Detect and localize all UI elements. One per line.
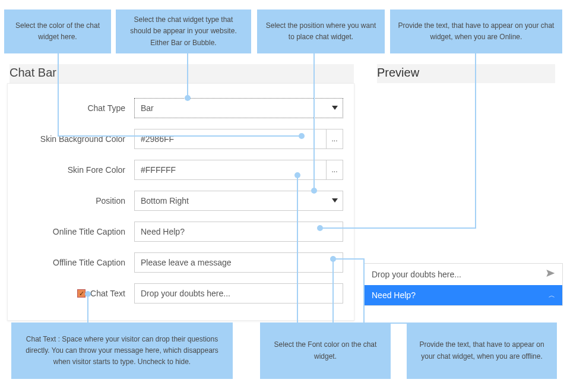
label-fore-color: Skin Fore Color	[18, 165, 134, 175]
callout-text: Select the chat widget type that should …	[123, 14, 243, 49]
callout-text: Provide the text, that have to appear on…	[398, 20, 555, 43]
preview-placeholder: Drop your doubts here...	[372, 270, 546, 279]
preview-title: Preview	[377, 64, 555, 83]
row-offline-caption: Offline Title Caption	[18, 252, 343, 273]
preview-title-text: Need Help?	[372, 290, 416, 300]
connector-line	[363, 258, 365, 323]
callout-bg-color: Select the color of the chat widget here…	[4, 10, 111, 53]
row-chat-text: Chat Text	[18, 283, 343, 304]
preview-input-row: Drop your doubts here...	[365, 264, 562, 285]
chat-type-select[interactable]: Bar	[134, 98, 343, 118]
send-icon[interactable]	[546, 268, 555, 280]
callout-position: Select the position where you want to pl…	[257, 10, 385, 53]
connector-dot	[185, 95, 191, 101]
chevron-down-icon	[331, 197, 339, 205]
panel-title: Chat Bar	[9, 64, 354, 83]
connector-line	[87, 296, 88, 323]
connector-dot	[299, 133, 305, 139]
connector-line	[58, 135, 301, 137]
connector-line	[475, 53, 476, 228]
settings-form: Chat Type Bar Skin Background Color ... …	[7, 83, 354, 321]
fore-color-picker-button[interactable]: ...	[327, 160, 343, 180]
label-chat-text: Chat Text	[90, 289, 125, 298]
callout-chat-text: Chat Text : Space where your visitor can…	[11, 323, 233, 379]
callout-online-caption: Provide the text, that have to appear on…	[390, 10, 562, 53]
connector-dot	[330, 256, 336, 262]
connector-line	[313, 53, 315, 190]
callout-text: Select the Font color on the chat widget…	[268, 339, 383, 362]
callout-text: Chat Text : Space where your visitor can…	[19, 334, 225, 368]
connector-line	[332, 258, 334, 323]
bg-color-input[interactable]	[134, 129, 327, 149]
connector-line	[332, 258, 365, 260]
chat-text-checkbox[interactable]	[77, 289, 85, 298]
callout-text: Provide the text, that have to appear on…	[414, 339, 549, 362]
row-online-caption: Online Title Caption	[18, 222, 343, 242]
chat-type-value: Bar	[141, 103, 154, 113]
connector-dot	[294, 172, 300, 178]
connector-line	[187, 53, 188, 96]
label-position: Position	[18, 196, 134, 206]
connector-dot	[311, 188, 317, 194]
row-chat-type: Chat Type Bar	[18, 98, 343, 118]
connector-dot	[85, 291, 91, 297]
callout-text: Select the position where you want to pl…	[265, 20, 377, 43]
svg-marker-1	[332, 198, 338, 203]
label-online-caption: Online Title Caption	[18, 227, 134, 236]
row-bg-color: Skin Background Color ...	[18, 129, 343, 149]
connector-line	[319, 227, 476, 229]
position-select[interactable]: Bottom Right	[134, 191, 343, 211]
chevron-down-icon	[331, 104, 339, 112]
label-offline-caption: Offline Title Caption	[18, 258, 134, 267]
connector-line	[297, 175, 298, 323]
label-chat-text-wrap: Chat Text	[18, 289, 134, 298]
position-value: Bottom Right	[141, 196, 189, 206]
chat-preview: Drop your doubts here... Need Help? ︿	[364, 263, 563, 306]
callout-chat-type: Select the chat widget type that should …	[116, 10, 251, 53]
online-caption-input[interactable]	[134, 222, 343, 242]
connector-dot	[317, 225, 323, 231]
svg-marker-0	[332, 106, 338, 110]
offline-caption-input[interactable]	[134, 252, 343, 273]
label-chat-type: Chat Type	[18, 103, 134, 113]
bg-color-picker-button[interactable]: ...	[327, 129, 343, 149]
connector-line	[363, 323, 482, 324]
chat-text-input[interactable]	[134, 283, 343, 304]
row-position: Position Bottom Right	[18, 191, 343, 211]
callout-text: Select the color of the chat widget here…	[12, 20, 103, 43]
callout-offline-caption: Provide the text, that have to appear on…	[407, 323, 557, 379]
chevron-up-icon: ︿	[549, 291, 555, 300]
connector-line	[58, 53, 59, 137]
callout-fore-color: Select the Font color on the chat widget…	[260, 323, 391, 379]
preview-title-bar[interactable]: Need Help? ︿	[365, 285, 562, 305]
